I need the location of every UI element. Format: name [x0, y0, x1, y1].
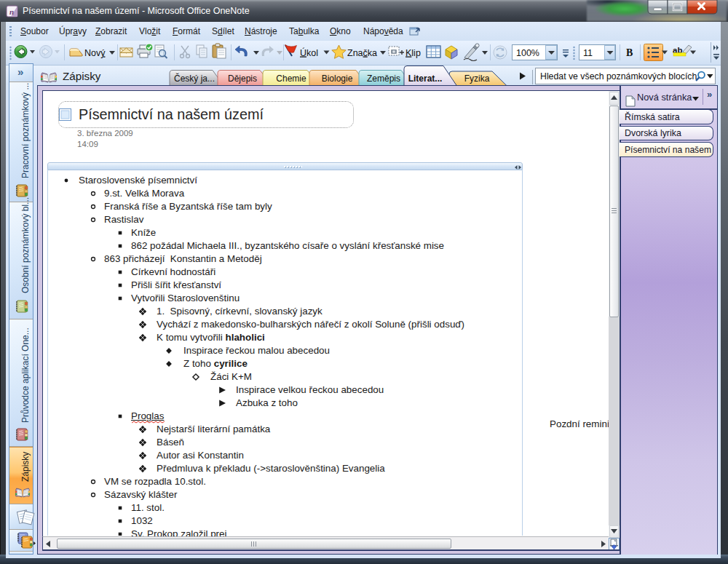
svg-text:Dějepis: Dějepis — [228, 74, 257, 84]
svg-text:Zeměpis: Zeměpis — [367, 74, 400, 84]
svg-text:Fyzika: Fyzika — [464, 74, 490, 84]
svg-text:100%: 100% — [516, 48, 539, 58]
svg-text:Chemie: Chemie — [276, 74, 306, 84]
svg-text:Klip: Klip — [405, 48, 421, 58]
svg-text:Literat...: Literat... — [408, 74, 443, 84]
svg-text:n: n — [9, 7, 14, 16]
svg-text:Český ja...: Český ja... — [174, 73, 215, 84]
svg-text:Úkol: Úkol — [300, 47, 318, 58]
svg-text:B: B — [626, 47, 633, 58]
svg-text:Nový: Nový — [84, 48, 106, 58]
svg-text:11: 11 — [583, 48, 593, 58]
svg-text:Značka: Značka — [347, 48, 377, 58]
svg-text:Biologie: Biologie — [322, 74, 353, 84]
